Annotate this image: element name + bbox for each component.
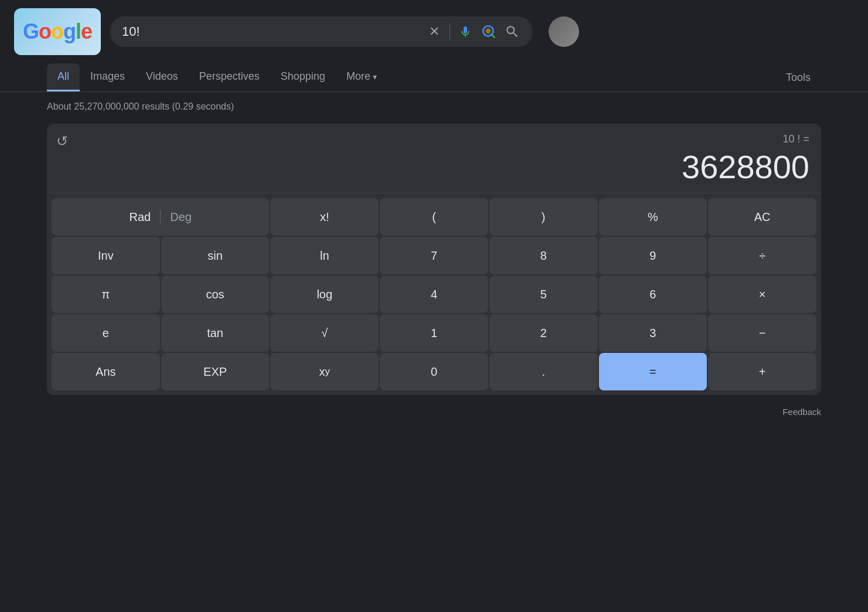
sqrt-button[interactable]: √ xyxy=(270,314,379,352)
calc-result: 3628800 xyxy=(59,148,809,186)
results-info: About 25,270,000,000 results (0.29 secon… xyxy=(0,92,868,117)
lens-icon xyxy=(481,24,496,39)
voice-search-button[interactable] xyxy=(457,23,474,40)
log-button[interactable]: log xyxy=(270,276,379,313)
four-button[interactable]: 4 xyxy=(380,276,488,313)
tools-button[interactable]: Tools xyxy=(775,64,821,91)
e-button[interactable]: e xyxy=(52,314,160,352)
search-bar: 10! ✕ xyxy=(110,16,532,47)
nav-tabs: All Images Videos Perspectives Shopping … xyxy=(0,63,868,92)
calc-expression: 10 ! = xyxy=(59,133,809,145)
open-paren-button[interactable]: ( xyxy=(380,198,488,236)
tab-more[interactable]: More ▾ xyxy=(336,63,387,91)
header: Google 10! ✕ xyxy=(0,0,868,63)
eight-button[interactable]: 8 xyxy=(489,237,598,274)
search-submit-button[interactable] xyxy=(504,23,520,40)
pi-button[interactable]: π xyxy=(52,276,160,313)
seven-button[interactable]: 7 xyxy=(380,237,488,274)
inv-button[interactable]: Inv xyxy=(52,237,160,274)
calculator: ↺ 10 ! = 3628800 Rad Deg x! ( ) % AC Inv… xyxy=(47,124,821,395)
calc-buttons: Rad Deg x! ( ) % AC Inv sin ln 7 8 9 ÷ π… xyxy=(47,193,821,395)
power-button[interactable]: xy xyxy=(270,353,379,390)
exp-button[interactable]: EXP xyxy=(161,353,270,390)
history-icon[interactable]: ↺ xyxy=(56,133,68,149)
tab-shopping[interactable]: Shopping xyxy=(270,63,336,91)
add-button[interactable]: + xyxy=(708,353,816,390)
logo-text: Google xyxy=(23,19,92,44)
sin-button[interactable]: sin xyxy=(161,237,270,274)
three-button[interactable]: 3 xyxy=(599,314,707,352)
calc-display: ↺ 10 ! = 3628800 xyxy=(47,124,821,193)
svg-point-1 xyxy=(486,29,491,34)
six-button[interactable]: 6 xyxy=(599,276,707,313)
close-paren-button[interactable]: ) xyxy=(489,198,598,236)
deg-label: Deg xyxy=(161,200,201,234)
tab-images[interactable]: Images xyxy=(80,63,135,91)
tab-videos[interactable]: Videos xyxy=(135,63,189,91)
factorial-button[interactable]: x! xyxy=(270,198,379,236)
nine-button[interactable]: 9 xyxy=(599,237,707,274)
ac-button[interactable]: AC xyxy=(708,198,816,236)
five-button[interactable]: 5 xyxy=(489,276,598,313)
equals-button[interactable]: = xyxy=(599,353,707,390)
ans-button[interactable]: Ans xyxy=(52,353,160,390)
close-icon: ✕ xyxy=(429,24,440,39)
clear-button[interactable]: ✕ xyxy=(426,23,442,40)
percent-button[interactable]: % xyxy=(599,198,707,236)
search-divider xyxy=(450,23,450,40)
mic-icon xyxy=(458,25,472,39)
tab-all[interactable]: All xyxy=(47,63,80,91)
cos-button[interactable]: cos xyxy=(161,276,270,313)
ln-button[interactable]: ln xyxy=(270,237,379,274)
search-icon xyxy=(505,24,520,39)
decimal-button[interactable]: . xyxy=(489,353,598,390)
one-button[interactable]: 1 xyxy=(380,314,488,352)
feedback-link[interactable]: Feedback xyxy=(0,402,868,426)
lens-search-button[interactable] xyxy=(481,23,497,40)
subtract-button[interactable]: − xyxy=(708,314,816,352)
search-input[interactable]: 10! xyxy=(122,24,419,39)
avatar[interactable] xyxy=(549,16,579,47)
chevron-down-icon: ▾ xyxy=(373,72,377,81)
multiply-button[interactable]: × xyxy=(708,276,816,313)
tan-button[interactable]: tan xyxy=(161,314,270,352)
google-logo[interactable]: Google xyxy=(14,8,101,55)
rad-deg-toggle[interactable]: Rad Deg xyxy=(52,198,269,236)
tab-perspectives[interactable]: Perspectives xyxy=(189,63,270,91)
zero-button[interactable]: 0 xyxy=(380,353,488,390)
divide-button[interactable]: ÷ xyxy=(708,237,816,274)
two-button[interactable]: 2 xyxy=(489,314,598,352)
rad-label: Rad xyxy=(120,200,161,234)
